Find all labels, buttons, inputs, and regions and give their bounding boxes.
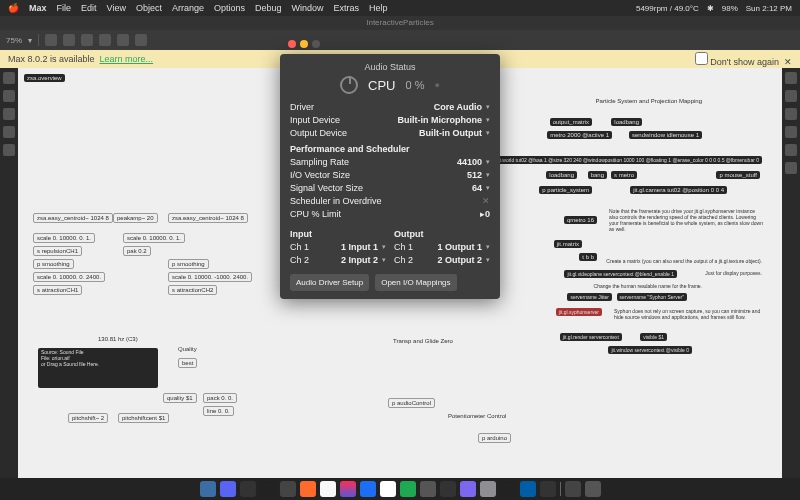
signal-vector-select[interactable]: 64 [472, 183, 482, 193]
trash-icon[interactable] [585, 481, 601, 497]
safari-icon[interactable] [380, 481, 396, 497]
obj[interactable]: scale 0. 10000. 0. 2400. [33, 272, 105, 282]
tool-icon[interactable] [3, 126, 15, 138]
obj[interactable]: jit.window servercontext @visible 0 [608, 346, 692, 354]
out-ch2-select[interactable]: 2 Output 2 [438, 255, 483, 265]
obj[interactable]: qmetro 16 [564, 216, 597, 224]
cpu-limit-field[interactable]: ▸0 [480, 209, 490, 219]
app-icon[interactable] [280, 481, 296, 497]
calendar-icon[interactable] [320, 481, 336, 497]
chevron-down-icon[interactable]: ▾ [28, 36, 32, 45]
obj[interactable]: scale 0. 10000. 0. 1. [33, 233, 95, 243]
obj[interactable]: pitchshift~ 2 [68, 413, 108, 423]
tool-icon[interactable] [3, 144, 15, 156]
battery[interactable]: 98% [722, 4, 738, 13]
tool-icon[interactable] [117, 34, 129, 46]
obj[interactable]: p arduino [478, 433, 511, 443]
obj[interactable]: servername Jitter [567, 293, 612, 301]
output-device-select[interactable]: Built-in Output [419, 128, 482, 138]
obj[interactable]: best [178, 358, 197, 368]
obj[interactable]: loadbang [546, 171, 577, 179]
tool-icon[interactable] [63, 34, 75, 46]
tool-icon[interactable] [785, 162, 797, 174]
audio-status-dialog[interactable]: Audio Status CPU 0 % ● DriverCore Audio▾… [280, 54, 500, 299]
tool-icon[interactable] [3, 72, 15, 84]
tool-icon[interactable] [81, 34, 93, 46]
obj[interactable]: quality $1 [163, 393, 197, 403]
obj[interactable]: peakamp~ 20 [113, 213, 158, 223]
out-ch1-select[interactable]: 1 Output 1 [438, 242, 483, 252]
tool-icon[interactable] [785, 144, 797, 156]
obj[interactable]: sendwindow idlemouse 1 [629, 131, 702, 139]
menu-view[interactable]: View [107, 3, 126, 13]
obj[interactable]: s repulsionCH1 [33, 246, 82, 256]
menu-edit[interactable]: Edit [81, 3, 97, 13]
obj[interactable]: servername "Syphon Server" [617, 293, 687, 301]
minimize-icon[interactable] [300, 40, 308, 48]
folder-icon[interactable] [565, 481, 581, 497]
obj[interactable]: scale 0. 10000. -1000. 2400. [168, 272, 252, 282]
app-icon[interactable] [240, 481, 256, 497]
driver-select[interactable]: Core Audio [434, 102, 482, 112]
obj[interactable]: jit.gl.camera tut02 @position 0 0 4 [630, 186, 727, 194]
obj[interactable]: line 0. 0. [203, 406, 234, 416]
apple-icon[interactable]: 🍎 [8, 3, 19, 13]
obj[interactable]: pak 0.2 [123, 246, 151, 256]
menu-help[interactable]: Help [369, 3, 388, 13]
obj[interactable]: output_matrix [550, 118, 592, 126]
obj[interactable]: jit.gl.videoplane servercontext @blend_e… [564, 270, 677, 278]
preferences-icon[interactable] [480, 481, 496, 497]
obj[interactable]: p smoothing [33, 259, 74, 269]
menu-arrange[interactable]: Arrange [172, 3, 204, 13]
obj[interactable]: p particle_system [539, 186, 592, 194]
in-ch2-select[interactable]: 2 Input 2 [341, 255, 378, 265]
open-io-mappings-button[interactable]: Open I/O Mappings [375, 274, 456, 291]
obj[interactable]: pitchshiftcent $1 [118, 413, 169, 423]
obj-overview[interactable]: zsa.overview [24, 74, 65, 82]
obj[interactable]: pack 0. 0. [203, 393, 237, 403]
menu-options[interactable]: Options [214, 3, 245, 13]
appstore-icon[interactable] [360, 481, 376, 497]
tool-icon[interactable] [785, 72, 797, 84]
app-name[interactable]: Max [29, 3, 47, 13]
vpt-icon[interactable] [540, 481, 556, 497]
soundfile-box[interactable]: Source: Sound File File: orion.aif or Dr… [38, 348, 158, 388]
app-icon[interactable] [420, 481, 436, 497]
clock[interactable]: Sun 2:12 PM [746, 4, 792, 13]
menu-debug[interactable]: Debug [255, 3, 282, 13]
music-icon[interactable] [340, 481, 356, 497]
obj[interactable]: s attractionCH2 [168, 285, 217, 295]
dp-icon[interactable] [260, 481, 276, 497]
tool-icon[interactable] [3, 90, 15, 102]
obj[interactable]: zsa.easy_centroid~ 1024 8 [168, 213, 248, 223]
obj[interactable]: s attractionCH1 [33, 285, 82, 295]
tool-icon[interactable] [99, 34, 111, 46]
obj[interactable]: p audioControl [388, 398, 435, 408]
app-icon[interactable] [520, 481, 536, 497]
input-device-select[interactable]: Built-in Microphone [398, 115, 483, 125]
menu-window[interactable]: Window [292, 3, 324, 13]
obj[interactable]: t b b [579, 253, 597, 261]
discord-icon[interactable] [220, 481, 236, 497]
obj[interactable]: scale 0. 10000. 0. 1. [123, 233, 185, 243]
io-vector-select[interactable]: 512 [467, 170, 482, 180]
app-icon[interactable] [300, 481, 316, 497]
bluetooth-icon[interactable]: ✱ [707, 4, 714, 13]
max-icon[interactable] [500, 481, 516, 497]
power-icon[interactable] [340, 76, 358, 94]
obj[interactable]: s metro [611, 171, 637, 179]
app-icon[interactable] [440, 481, 456, 497]
finder-icon[interactable] [200, 481, 216, 497]
obj[interactable]: p mouse_stuff [716, 171, 760, 179]
obj[interactable]: p smoothing [168, 259, 209, 269]
obj[interactable]: visible $1 [640, 333, 667, 341]
app-icon[interactable] [460, 481, 476, 497]
menu-file[interactable]: File [57, 3, 72, 13]
menu-object[interactable]: Object [136, 3, 162, 13]
menu-extras[interactable]: Extras [334, 3, 360, 13]
tool-icon[interactable] [135, 34, 147, 46]
app-icon[interactable] [400, 481, 416, 497]
overdrive-toggle[interactable]: ✕ [482, 196, 490, 206]
close-icon[interactable]: ✕ [784, 57, 792, 67]
tool-icon[interactable] [45, 34, 57, 46]
